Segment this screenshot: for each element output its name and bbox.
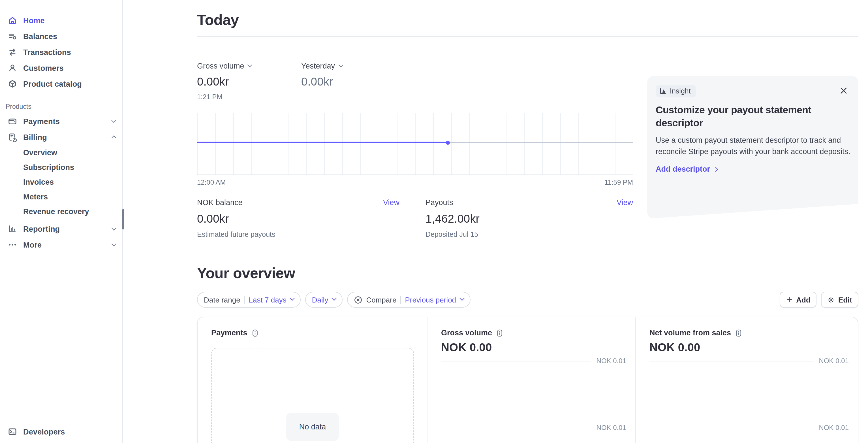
payments-icon — [8, 117, 17, 126]
divider — [244, 296, 245, 304]
sidebar-item-payments[interactable]: Payments — [0, 113, 122, 129]
payouts-view-link[interactable]: View — [617, 198, 633, 207]
sidebar-item-label: More — [23, 240, 42, 249]
sidebar-item-billing[interactable]: Billing — [0, 129, 122, 145]
sidebar-item-label: Transactions — [23, 48, 71, 56]
sidebar-item-product-catalog[interactable]: Product catalog — [0, 76, 122, 92]
payouts-value: 1,462.00kr — [426, 212, 633, 226]
insight-card-wedge — [647, 204, 858, 219]
sidebar-item-label: Home — [23, 16, 45, 25]
add-button-label: Add — [796, 295, 810, 304]
overview-card: Payments No data — [197, 317, 858, 443]
nok-balance-view-link[interactable]: View — [383, 198, 399, 207]
add-descriptor-link[interactable]: Add descriptor — [656, 165, 717, 173]
sidebar-item-more[interactable]: More — [0, 237, 122, 253]
sidebar-item-label: Balances — [23, 32, 57, 40]
insight-badge-label: Insight — [670, 87, 691, 95]
add-descriptor-label: Add descriptor — [656, 165, 710, 173]
add-button[interactable]: Add — [780, 292, 817, 307]
chevron-down-icon — [112, 120, 116, 123]
overview-card-well: Payments No data — [197, 317, 858, 443]
gross-volume-card-value: NOK 0.00 — [441, 341, 622, 354]
payouts-subtext: Deposited Jul 15 — [426, 231, 633, 238]
sidebar-item-billing-invoices[interactable]: Invoices — [0, 175, 122, 189]
net-volume-card-value: NOK 0.00 — [649, 341, 844, 354]
payouts-block: Payouts View 1,462.00kr Deposited Jul 15 — [426, 198, 633, 238]
gross-volume-time: 1:21 PM — [197, 93, 301, 101]
today-gross-volume-chart[interactable] — [197, 113, 633, 175]
sidebar-item-balances[interactable]: Balances — [0, 28, 122, 44]
compare-label: Compare — [366, 295, 396, 304]
compare-filter[interactable]: Compare Previous period — [347, 292, 470, 307]
gridline-label: NOK 0.01 — [819, 424, 849, 432]
gross-volume-selector[interactable]: Gross volume — [197, 62, 301, 70]
gross-volume-label: Gross volume — [197, 62, 244, 70]
gross-volume-chart-card: Gross volume NOK 0.00 NOK 0.01 — [428, 317, 636, 443]
sidebar-products-heading: Products — [0, 92, 122, 113]
nok-balance-value: 0.00kr — [197, 212, 399, 226]
developers-icon — [8, 427, 17, 436]
payments-empty-chart: No data — [211, 348, 414, 443]
sidebar: Home Balances Transactions Customers — [0, 0, 123, 443]
compare-value: Previous period — [405, 295, 456, 304]
sidebar-item-transactions[interactable]: Transactions — [0, 44, 122, 60]
product-catalog-icon — [8, 79, 17, 88]
nok-balance-block: NOK balance View 0.00kr Estimated future… — [197, 198, 399, 238]
sidebar-item-label: Developers — [23, 427, 65, 436]
sidebar-scrollbar-thumb[interactable] — [122, 209, 124, 230]
today-section: Gross volume 0.00kr 1:21 PM Yesterday — [197, 37, 633, 238]
gridline-label: NOK 0.01 — [596, 357, 626, 365]
interval-filter[interactable]: Daily — [305, 292, 343, 307]
chevron-down-icon — [332, 296, 336, 301]
chevron-down-icon — [338, 62, 343, 67]
more-icon — [8, 240, 17, 249]
chevron-down-icon — [112, 243, 116, 246]
sidebar-item-label: Reporting — [23, 225, 60, 233]
transactions-icon — [8, 48, 17, 57]
insight-badge: Insight — [656, 85, 696, 97]
no-data-badge: No data — [286, 413, 339, 441]
chart-value-line — [197, 142, 448, 143]
customers-icon — [8, 63, 17, 72]
info-icon[interactable] — [735, 329, 742, 337]
overview-filters: Date range Last 7 days Daily Compare — [197, 292, 858, 307]
chevron-down-icon — [247, 62, 252, 67]
overview-title: Your overview — [197, 265, 858, 282]
yesterday-stat: Yesterday 0.00kr — [301, 62, 342, 101]
sidebar-item-billing-overview[interactable]: Overview — [0, 145, 122, 160]
sidebar-item-label: Customers — [23, 64, 64, 72]
info-icon[interactable] — [496, 329, 503, 337]
x-axis-start-label: 12:00 AM — [197, 178, 226, 186]
sidebar-item-billing-revenue-recovery[interactable]: Revenue recovery — [0, 204, 122, 219]
payments-chart-card: Payments No data — [197, 317, 428, 443]
gross-volume-stat: Gross volume 0.00kr 1:21 PM — [197, 62, 301, 101]
gross-volume-value: 0.00kr — [197, 75, 301, 88]
chevron-down-icon — [290, 296, 294, 301]
gridline — [441, 427, 591, 428]
sidebar-item-customers[interactable]: Customers — [0, 60, 122, 76]
edit-button[interactable]: Edit — [821, 292, 858, 307]
chevron-right-icon — [713, 167, 718, 172]
info-icon[interactable] — [251, 329, 259, 337]
sidebar-item-billing-subscriptions[interactable]: Subscriptions — [0, 160, 122, 175]
close-icon[interactable] — [840, 87, 848, 95]
interval-value: Daily — [312, 295, 329, 304]
reporting-icon — [8, 224, 17, 233]
sidebar-item-home[interactable]: Home — [0, 12, 122, 28]
compare-dismiss-icon[interactable] — [353, 295, 362, 304]
billing-icon — [8, 132, 17, 142]
sidebar-item-developers[interactable]: Developers — [0, 424, 122, 440]
sidebar-item-billing-meters[interactable]: Meters — [0, 189, 122, 204]
gridline — [649, 361, 814, 361]
insight-body: Use a custom payout statement descriptor… — [656, 135, 851, 157]
yesterday-selector[interactable]: Yesterday — [301, 62, 342, 70]
date-range-value: Last 7 days — [249, 295, 286, 304]
sidebar-item-reporting[interactable]: Reporting — [0, 221, 122, 237]
payouts-label: Payouts — [426, 198, 453, 207]
gridline-label: NOK 0.01 — [596, 424, 626, 432]
edit-button-label: Edit — [838, 295, 852, 304]
date-range-filter[interactable]: Date range Last 7 days — [197, 292, 301, 307]
page-title: Today — [197, 11, 858, 29]
x-axis-end-label: 11:59 PM — [604, 178, 633, 186]
chevron-up-icon — [112, 136, 116, 139]
